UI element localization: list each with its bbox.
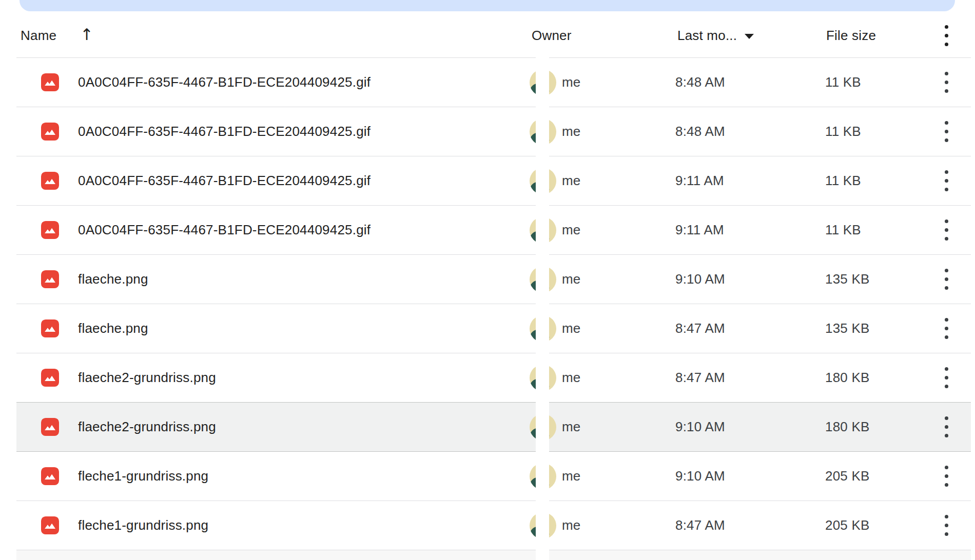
row-menu-cell — [943, 413, 971, 441]
file-name: fleche1-grundriss.png — [78, 517, 208, 533]
row-menu-button[interactable] — [943, 364, 950, 391]
owner-label: me — [562, 173, 581, 189]
modified-cell: 8:48 AM — [675, 74, 825, 90]
file-name: 0A0C04FF-635F-4467-B1FD-ECE204409425.gif — [78, 173, 371, 189]
modified-time: 8:48 AM — [675, 74, 725, 90]
column-header-modified[interactable]: Last mo... — [675, 28, 825, 44]
column-header-owner: Owner — [530, 28, 675, 44]
owner-label: me — [562, 271, 581, 287]
image-file-icon — [41, 270, 59, 288]
file-size: 11 KB — [825, 173, 861, 188]
row-menu-cell — [943, 266, 971, 293]
image-file-icon — [41, 467, 59, 485]
row-menu-button[interactable] — [943, 463, 950, 490]
image-file-icon — [41, 369, 59, 387]
owner-cell: me — [530, 414, 675, 441]
file-name-cell: flaeche.png — [16, 270, 530, 288]
column-header-modified-label: Last mo... — [677, 28, 737, 44]
file-row[interactable]: 0A0C04FF-635F-4467-B1FD-ECE204409425.gif… — [16, 58, 971, 107]
file-size: 135 KB — [825, 321, 870, 336]
file-row[interactable]: flaeche2-grundriss.png me 9:10 AM 180 KB — [16, 403, 971, 452]
file-name: flaeche.png — [78, 321, 148, 336]
modified-time: 8:47 AM — [675, 370, 725, 385]
file-name: flaeche2-grundriss.png — [78, 419, 216, 435]
file-row[interactable]: flaeche.png me 8:47 AM 135 KB — [16, 304, 971, 353]
file-name: flaeche2-grundriss.png — [78, 370, 216, 386]
size-cell: 11 KB — [825, 222, 943, 238]
image-file-icon — [41, 221, 59, 239]
size-cell: 180 KB — [825, 419, 943, 435]
file-name-cell: flaeche2-grundriss.png — [16, 369, 530, 387]
file-name: 0A0C04FF-635F-4467-B1FD-ECE204409425.gif — [78, 74, 371, 90]
row-menu-cell — [943, 167, 971, 194]
modified-time: 8:47 AM — [675, 321, 725, 336]
row-menu-cell — [943, 463, 971, 490]
size-cell: 11 KB — [825, 124, 943, 139]
row-menu-button[interactable] — [943, 315, 950, 342]
owner-label: me — [562, 222, 581, 238]
row-menu-cell — [943, 315, 971, 342]
file-size: 11 KB — [825, 124, 861, 139]
file-size: 205 KB — [825, 517, 870, 533]
owner-cell: me — [530, 118, 675, 145]
file-row[interactable]: 0A0C04FF-635F-4467-B1FD-ECE204409425.gif… — [16, 107, 971, 156]
column-divider-gap — [536, 50, 549, 560]
owner-cell: me — [530, 512, 675, 539]
owner-label: me — [562, 517, 581, 533]
owner-label: me — [562, 74, 581, 90]
modified-time: 9:11 AM — [675, 173, 724, 188]
modified-time: 8:48 AM — [675, 124, 725, 139]
row-menu-button[interactable] — [943, 167, 950, 194]
row-menu-cell — [943, 364, 971, 391]
owner-cell: me — [530, 69, 675, 96]
file-row[interactable]: fleche1-grundriss.png me 8:47 AM 205 KB — [16, 501, 971, 550]
row-menu-button[interactable] — [943, 69, 950, 96]
sort-ascending-icon: ↑ — [80, 27, 93, 43]
row-menu-button[interactable] — [943, 512, 950, 539]
modified-time: 8:47 AM — [675, 517, 725, 533]
image-file-icon — [41, 418, 59, 436]
column-header-name[interactable]: Name ↑ — [16, 28, 530, 44]
column-settings-button[interactable] — [943, 22, 950, 49]
file-size: 11 KB — [825, 222, 861, 237]
row-menu-button[interactable] — [943, 216, 950, 244]
file-row[interactable]: 0A0C04FF-635F-4467-B1FD-ECE204409425.gif… — [16, 206, 971, 255]
image-file-icon — [41, 172, 59, 190]
modified-cell: 8:48 AM — [675, 124, 825, 139]
file-name-cell: flaeche2-grundriss.png — [16, 418, 530, 436]
file-row[interactable]: flaeche.png me 9:10 AM 135 KB — [16, 255, 971, 304]
table-header: Name ↑ Owner Last mo... File size — [16, 0, 971, 58]
modified-time: 9:10 AM — [675, 468, 725, 484]
file-size: 180 KB — [825, 370, 870, 385]
size-cell: 11 KB — [825, 173, 943, 189]
modified-cell: 8:47 AM — [675, 370, 825, 386]
size-cell: 180 KB — [825, 370, 943, 386]
file-row[interactable]: flaeche2-grundriss.png me 8:47 AM 180 KB — [16, 353, 971, 403]
row-menu-button[interactable] — [943, 118, 950, 145]
modified-cell: 9:11 AM — [675, 222, 825, 238]
owner-cell: me — [530, 168, 675, 194]
row-menu-button[interactable] — [943, 413, 950, 441]
modified-time: 9:10 AM — [675, 271, 725, 287]
modified-cell: 9:10 AM — [675, 468, 825, 484]
file-name-cell: flaeche.png — [16, 319, 530, 337]
file-row[interactable]: fleche1-grundriss.png me 9:10 AM 205 KB — [16, 452, 971, 501]
file-list: 0A0C04FF-635F-4467-B1FD-ECE204409425.gif… — [16, 58, 971, 550]
column-header-name-label: Name — [21, 28, 56, 44]
modified-time: 9:11 AM — [675, 222, 724, 237]
size-cell: 205 KB — [825, 517, 943, 533]
row-menu-button[interactable] — [943, 266, 950, 293]
file-name: 0A0C04FF-635F-4467-B1FD-ECE204409425.gif — [78, 124, 371, 139]
file-size: 11 KB — [825, 74, 861, 90]
file-name-cell: 0A0C04FF-635F-4467-B1FD-ECE204409425.gif — [16, 123, 530, 141]
owner-label: me — [562, 468, 581, 484]
owner-cell: me — [530, 463, 675, 490]
file-row[interactable]: 0A0C04FF-635F-4467-B1FD-ECE204409425.gif… — [16, 156, 971, 206]
column-header-menu — [943, 22, 971, 49]
file-table: Name ↑ Owner Last mo... File size 0A0C04… — [16, 0, 971, 560]
owner-cell: me — [530, 217, 675, 244]
row-menu-cell — [943, 69, 971, 96]
modified-cell: 8:47 AM — [675, 321, 825, 336]
caret-down-icon — [745, 34, 754, 39]
owner-label: me — [562, 419, 581, 435]
